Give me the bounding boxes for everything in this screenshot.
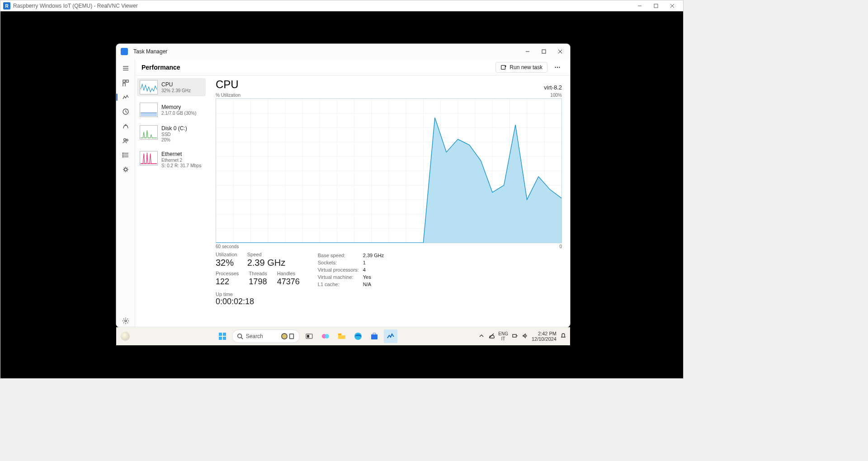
cpu-property-value: Yes [363, 273, 371, 281]
resource-disk-sub2: 20% [161, 137, 187, 143]
more-options-button[interactable] [551, 61, 564, 74]
cpu-property: Virtual processors:4 [318, 266, 384, 273]
nav-app-history[interactable] [118, 105, 134, 118]
remote-screen: Task Manager [0, 11, 683, 378]
tray-sound-icon[interactable] [522, 333, 528, 340]
resource-item-cpu[interactable]: CPU 32% 2.39 GHz [137, 78, 206, 96]
tray-onedrive-icon[interactable] [488, 333, 495, 340]
svg-point-67 [237, 334, 241, 338]
nav-startup[interactable] [118, 120, 134, 132]
taskbar-taskview[interactable] [302, 329, 316, 343]
speed-label: Speed [247, 252, 285, 257]
resource-disk-title: Disk 0 (C:) [161, 125, 187, 132]
tray-network-icon[interactable] [512, 333, 518, 340]
svg-rect-13 [123, 83, 125, 86]
section-title: Performance [142, 64, 495, 71]
taskbar-store[interactable] [368, 329, 381, 343]
cpu-property: Base speed:2.39 GHz [318, 252, 384, 259]
svg-point-29 [555, 66, 556, 67]
resource-item-disk[interactable]: Disk 0 (C:) SSD 20% [137, 123, 206, 145]
window-maximize-button[interactable] [536, 45, 552, 58]
cpu-graph[interactable] [216, 99, 562, 243]
cpu-property-key: Base speed: [318, 252, 359, 259]
uptime-label: Up time [216, 292, 300, 297]
resource-eth-sub1: Ethernet 2 [161, 158, 201, 163]
cpu-model: virt-8.2 [544, 84, 562, 91]
weather-widget-icon[interactable] [121, 332, 130, 341]
svg-rect-12 [126, 80, 128, 82]
svg-point-15 [125, 125, 126, 126]
tray-chevron-up-icon[interactable] [478, 333, 485, 340]
svg-rect-72 [307, 335, 309, 338]
run-new-task-button[interactable]: Run new task [495, 62, 547, 73]
taskbar[interactable]: Search ENG IT [116, 327, 570, 345]
task-manager-title: Task Manager [133, 48, 519, 55]
nav-rail [116, 59, 135, 327]
window-minimize-button[interactable] [519, 45, 536, 58]
svg-point-21 [123, 153, 123, 154]
tray-notifications-icon[interactable] [560, 333, 566, 340]
taskbar-task-manager[interactable] [384, 329, 397, 343]
nav-services[interactable] [118, 163, 134, 176]
cpu-property: Sockets:1 [318, 259, 384, 266]
resource-item-ethernet[interactable]: Ethernet Ethernet 2 S: 0.2 R: 31.7 Mbps [137, 149, 206, 170]
resource-eth-sub2: S: 0.2 R: 31.7 Mbps [161, 163, 201, 169]
speed-value: 2.39 GHz [247, 257, 285, 268]
svg-rect-26 [501, 65, 505, 69]
resource-cpu-title: CPU [161, 81, 191, 88]
nav-performance[interactable] [118, 91, 134, 103]
cpu-property-value: N/A [363, 281, 371, 288]
memory-thumb-graph [140, 103, 158, 117]
taskbar-search-placeholder: Search [246, 333, 263, 339]
svg-rect-75 [338, 334, 341, 335]
vnc-window: R Raspberry Windows IoT (QEMU) - RealVNC… [0, 0, 684, 379]
cpu-property-key: L1 cache: [318, 281, 359, 288]
cpu-property-key: Virtual processors: [318, 266, 359, 273]
svg-point-24 [124, 168, 127, 171]
svg-rect-80 [513, 334, 516, 337]
cpu-xlabel-right: 0 [559, 244, 562, 249]
cpu-property: Virtual machine:Yes [318, 273, 384, 281]
svg-point-74 [325, 334, 329, 339]
utilization-value: 32% [216, 257, 237, 268]
resource-memory-sub: 2.1/7.0 GB (30%) [161, 111, 196, 116]
vnc-titlebar: R Raspberry Windows IoT (QEMU) - RealVNC… [0, 0, 683, 11]
taskbar-copilot[interactable] [319, 329, 332, 343]
search-icon [237, 333, 243, 339]
vnc-minimize-button[interactable] [632, 0, 648, 11]
threads-label: Threads [249, 271, 267, 276]
vnc-close-button[interactable] [664, 0, 680, 11]
svg-rect-70 [289, 334, 293, 339]
svg-rect-11 [123, 80, 125, 82]
resource-item-memory[interactable]: Memory 2.1/7.0 GB (30%) [137, 101, 206, 119]
taskbar-edge[interactable] [351, 329, 365, 343]
resource-eth-title: Ethernet [161, 151, 201, 158]
tray-clock[interactable]: 2:42 PM 12/10/2024 [532, 331, 557, 342]
vnc-maximize-button[interactable] [648, 0, 664, 11]
nav-settings[interactable] [118, 315, 134, 327]
nav-processes[interactable] [118, 76, 134, 89]
cpu-property-value: 4 [363, 266, 366, 273]
nav-users[interactable] [118, 134, 134, 147]
nav-hamburger[interactable] [118, 62, 134, 75]
tray-language[interactable]: ENG IT [498, 331, 508, 341]
handles-label: Handles [277, 271, 300, 276]
svg-point-69 [282, 334, 287, 339]
resource-disk-sub1: SSD [161, 132, 187, 137]
cpu-property-key: Sockets: [318, 259, 359, 266]
window-close-button[interactable] [552, 45, 568, 58]
task-manager-titlebar[interactable]: Task Manager [116, 44, 570, 59]
nav-details[interactable] [118, 149, 134, 161]
start-button[interactable] [216, 329, 229, 343]
task-manager-window: Task Manager [116, 44, 570, 327]
ethernet-thumb-graph [140, 151, 158, 165]
processes-label: Processes [216, 271, 239, 276]
taskbar-file-explorer[interactable] [335, 329, 349, 343]
cpu-panel: CPU virt-8.2 % Utilization 100% [208, 75, 570, 327]
resource-memory-title: Memory [161, 104, 196, 111]
section-header: Performance Run new task [135, 59, 570, 75]
taskbar-search[interactable]: Search [232, 329, 300, 343]
svg-point-25 [125, 320, 127, 322]
run-task-icon [500, 64, 507, 71]
cpu-heading: CPU [216, 78, 239, 91]
